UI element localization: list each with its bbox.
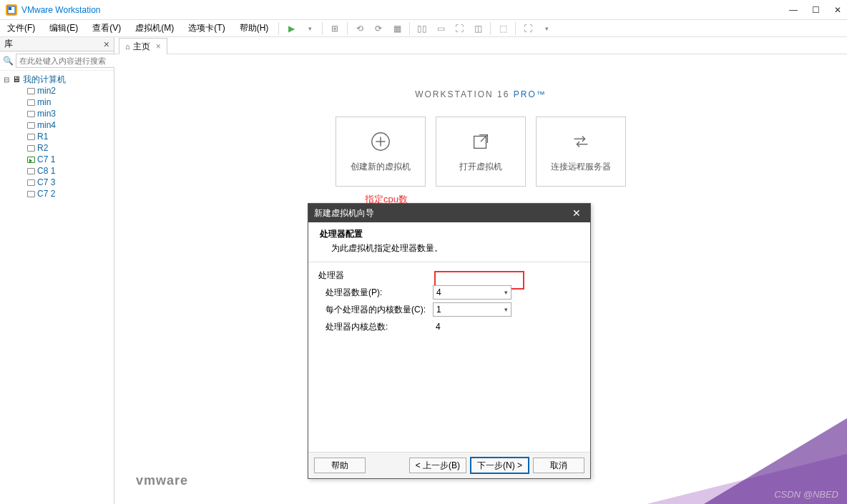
chevron-down-icon: ▾ <box>504 306 508 313</box>
dialog-title: 新建虚拟机向导 <box>314 207 374 219</box>
dialog-close-icon[interactable]: ✕ <box>569 207 584 219</box>
snapshot-manage-icon[interactable]: ▦ <box>389 22 405 35</box>
vm-icon <box>27 134 35 140</box>
fullscreen-icon[interactable]: ⛶ <box>451 22 467 35</box>
app-title: VMware Workstation <box>21 5 100 15</box>
menu-file[interactable]: 文件(F) <box>0 19 42 37</box>
cancel-button[interactable]: 取消 <box>533 458 584 473</box>
library-close-icon[interactable]: × <box>104 39 109 50</box>
tree-vm[interactable]: R1 <box>1 131 112 142</box>
tree-vm[interactable]: min4 <box>1 119 112 131</box>
library-tree: ⊟ 🖥 我的计算机 min2 min min3 min4 R1 R2 C7 1 … <box>0 71 114 202</box>
toolbar-icon-1[interactable]: ⊞ <box>327 22 343 35</box>
tree-vm[interactable]: min3 <box>1 108 112 119</box>
vm-icon <box>27 179 35 186</box>
library-sidebar: 库 × 🔍 ▾ ⊟ 🖥 我的计算机 min2 min min3 min4 R1 … <box>0 37 114 504</box>
menu-help[interactable]: 帮助(H) <box>232 19 276 37</box>
collapse-icon[interactable]: ⊟ <box>3 76 10 84</box>
vm-icon <box>27 88 35 94</box>
vm-icon <box>27 191 35 197</box>
library-label: 库 <box>4 38 13 50</box>
hero-title-suffix: PRO™ <box>514 89 547 99</box>
minimize-button[interactable]: — <box>789 5 798 15</box>
search-icon: 🔍 <box>3 56 14 66</box>
back-button[interactable]: < 上一步(B) <box>409 458 466 473</box>
vm-icon <box>27 168 35 174</box>
tree-vm[interactable]: min2 <box>1 85 112 97</box>
vm-icon <box>27 122 35 129</box>
total-cores-label: 处理器内核总数: <box>325 321 433 333</box>
total-cores-value: 4 <box>433 322 441 332</box>
cores-per-proc-label: 每个处理器的内核数量(C): <box>325 304 433 316</box>
menu-vm[interactable]: 虚拟机(M) <box>128 19 181 37</box>
tree-vm-active[interactable]: C7 1 <box>1 154 112 165</box>
svg-rect-1 <box>9 7 11 10</box>
toolbar-dropdown-icon[interactable]: ▾ <box>539 22 554 35</box>
processor-count-label: 处理器数量(P): <box>325 287 433 299</box>
chevron-down-icon: ▾ <box>504 289 508 296</box>
snapshot-icon-2[interactable]: ⟳ <box>371 22 386 35</box>
menu-view[interactable]: 查看(V) <box>85 19 128 37</box>
card-connect-server[interactable]: 连接远程服务器 <box>536 117 626 187</box>
card-open-vm[interactable]: 打开虚拟机 <box>436 117 526 187</box>
processor-count-combo[interactable]: 4 ▾ <box>433 285 511 300</box>
menu-tabs[interactable]: 选项卡(T) <box>181 19 232 37</box>
connect-icon <box>570 131 592 152</box>
title-bar: VMware Workstation — ☐ ✕ <box>0 0 847 20</box>
menu-edit[interactable]: 编辑(E) <box>42 19 85 37</box>
dialog-heading: 处理器配置 <box>320 228 579 240</box>
watermark: CSDN @NBED <box>774 489 838 500</box>
snapshot-icon[interactable]: ⟲ <box>352 22 368 35</box>
tree-vm[interactable]: R2 <box>1 142 112 154</box>
hero-title-prefix: WORKSTATION 16 <box>415 89 514 99</box>
tree-vm[interactable]: C7 3 <box>1 177 112 188</box>
computer-icon: 🖥 <box>12 75 21 84</box>
next-button[interactable]: 下一步(N) > <box>471 458 529 473</box>
plus-circle-icon <box>370 131 391 152</box>
vm-icon <box>27 145 35 152</box>
play-icon[interactable]: ▶ <box>283 22 299 35</box>
open-icon <box>470 131 491 152</box>
library-search-input[interactable] <box>16 54 122 68</box>
toolbar-icon-5[interactable]: ⬚ <box>495 22 511 35</box>
tree-vm[interactable]: min <box>1 97 112 108</box>
dialog-subheading: 为此虚拟机指定处理器数量。 <box>331 242 579 255</box>
new-vm-wizard-dialog: 新建虚拟机向导 ✕ 处理器配置 为此虚拟机指定处理器数量。 处理器 处理器数量(… <box>308 203 591 479</box>
tab-label: 主页 <box>133 41 150 53</box>
cores-per-proc-combo[interactable]: 1 ▾ <box>433 302 511 317</box>
vmware-logo: vmware <box>136 473 188 488</box>
tree-root[interactable]: ⊟ 🖥 我的计算机 <box>1 74 112 85</box>
unity-icon[interactable]: ◫ <box>470 22 486 35</box>
toolbar-icon-6[interactable]: ⛶ <box>520 22 536 35</box>
menu-bar: 文件(F) 编辑(E) 查看(V) 虚拟机(M) 选项卡(T) 帮助(H) ▶ … <box>0 20 847 37</box>
play-dropdown-icon[interactable]: ▾ <box>302 22 318 35</box>
maximize-button[interactable]: ☐ <box>812 5 820 15</box>
help-button[interactable]: 帮助 <box>314 458 366 473</box>
vm-icon <box>27 111 35 117</box>
processor-group-label: 处理器 <box>318 270 580 282</box>
card-create-vm[interactable]: 创建新的虚拟机 <box>336 117 426 187</box>
close-button[interactable]: ✕ <box>834 5 841 15</box>
vm-icon <box>27 99 35 106</box>
tab-close-icon[interactable]: × <box>156 41 161 51</box>
content-area: ⌂ 主页 × WORKSTATION 16 PRO™ 创建新的虚拟机 打开虚拟机 <box>114 37 847 504</box>
tab-home[interactable]: ⌂ 主页 × <box>119 38 167 55</box>
tree-vm[interactable]: C8 1 <box>1 165 112 177</box>
app-logo-icon <box>6 4 17 16</box>
vm-running-icon <box>27 157 35 163</box>
view-icon-2[interactable]: ▭ <box>433 22 449 35</box>
view-icon-1[interactable]: ▯▯ <box>414 22 430 35</box>
hero: WORKSTATION 16 PRO™ 创建新的虚拟机 打开虚拟机 连接远程服务… <box>114 80 847 187</box>
tree-vm[interactable]: C7 2 <box>1 188 112 199</box>
home-icon: ⌂ <box>125 42 130 51</box>
